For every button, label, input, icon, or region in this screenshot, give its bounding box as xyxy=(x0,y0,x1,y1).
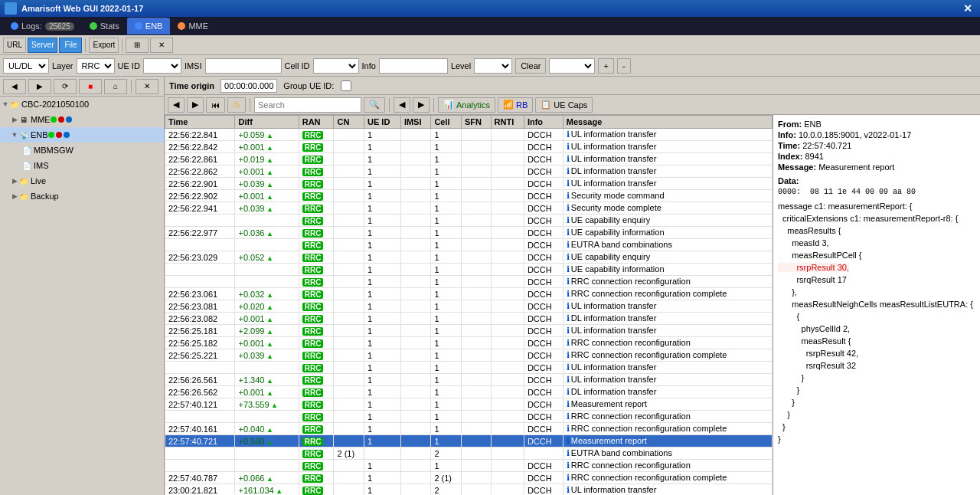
level-select[interactable] xyxy=(474,58,512,74)
layer-select[interactable]: RRC MAC RLC xyxy=(77,58,115,74)
ue-caps-button[interactable]: 📋 UE Caps xyxy=(535,97,593,113)
table-row[interactable]: RRC11DCCHℹUE capability enquiry xyxy=(165,215,773,227)
search-go-button[interactable]: 🔍 xyxy=(364,97,385,113)
table-cell: DCCH xyxy=(524,349,563,362)
message-info-icon: ℹ xyxy=(567,485,570,494)
nav-first-button[interactable]: ⏮ xyxy=(206,97,225,113)
table-cell xyxy=(334,349,364,362)
table-row[interactable]: 22:56:22.902+0.001 ▲RRC11DCCHℹSecurity m… xyxy=(165,190,773,202)
table-row[interactable]: 22:56:23.081+0.020 ▲RRC11DCCHℹUL informa… xyxy=(165,300,773,313)
alert-button[interactable]: ⚠ xyxy=(227,97,246,113)
small-btn1[interactable]: ⊞ xyxy=(126,38,149,53)
sidebar-item-enb[interactable]: ▼ 📡 ENB xyxy=(0,127,164,143)
table-cell xyxy=(461,129,491,141)
table-cell: DCCH xyxy=(524,190,563,202)
small-btn2[interactable]: ✕ xyxy=(150,38,173,53)
table-cell: RRC xyxy=(299,362,334,374)
stop-button[interactable]: ■ xyxy=(79,79,102,94)
sidebar-item-mme[interactable]: ▶ 🖥 MME xyxy=(0,112,164,127)
refresh-button[interactable]: ⟳ xyxy=(54,79,77,94)
expand-enb-icon[interactable]: ▼ xyxy=(11,131,18,139)
table-row[interactable]: 22:56:22.841+0.059 ▲RRC11DCCHℹUL informa… xyxy=(165,129,773,141)
expand-backup-icon[interactable]: ▶ xyxy=(11,192,18,200)
analytics-button[interactable]: 📊 Analytics xyxy=(438,97,495,113)
tab-mme[interactable]: MME xyxy=(170,18,216,34)
remove-filter-button[interactable]: - xyxy=(617,58,631,74)
table-row[interactable]: 22:56:26.562+0.001 ▲RRC11DCCHℹDL informa… xyxy=(165,386,773,398)
sidebar-item-backup[interactable]: ▶ 📁 Backup xyxy=(0,188,164,204)
direction-select[interactable]: UL/DL UL DL xyxy=(3,58,49,74)
table-row[interactable]: 22:56:22.901+0.039 ▲RRC11DCCHℹUL informa… xyxy=(165,178,773,190)
nav-next-button[interactable]: ▶ xyxy=(413,97,430,113)
table-row[interactable]: 22:57:40.787+0.066 ▲RRC12 (1)DCCHℹRRC co… xyxy=(165,472,773,484)
extra-select[interactable] xyxy=(549,58,595,74)
table-row[interactable]: 22:57:40.721+0.560 ▲RRC11DCCHℹMeasuremen… xyxy=(165,435,773,447)
home-button[interactable]: ⌂ xyxy=(104,79,127,94)
server-button[interactable]: Server xyxy=(28,38,57,53)
sidebar-item-root[interactable]: ▼ 📁 CBC-2021050100 xyxy=(0,97,164,112)
table-row[interactable]: RRC2 (1)2ℹEUTRA band combinations xyxy=(165,447,773,460)
table-row[interactable]: 22:56:23.061+0.032 ▲RRC11DCCHℹRRC connec… xyxy=(165,288,773,300)
table-row[interactable]: 22:56:22.862+0.001 ▲RRC11DCCHℹDL informa… xyxy=(165,166,773,178)
tab-stats[interactable]: Stats xyxy=(82,18,127,34)
table-cell: RRC xyxy=(299,423,334,435)
table-row[interactable]: 22:56:26.561+1.340 ▲RRC11DCCHℹUL informa… xyxy=(165,374,773,386)
expand-mme-icon[interactable]: ▶ xyxy=(11,116,18,123)
info-filter-input[interactable] xyxy=(379,58,448,74)
nav-back-button[interactable]: ◀ xyxy=(168,97,185,113)
table-row[interactable]: 22:57:40.121+73.559 ▲RRC11DCCHℹMeasureme… xyxy=(165,398,773,411)
file-button[interactable]: File xyxy=(59,38,82,53)
table-cell xyxy=(235,276,299,288)
clear-button[interactable]: Clear xyxy=(515,58,546,74)
table-row[interactable]: 22:56:25.221+0.039 ▲RRC11DCCHℹRRC connec… xyxy=(165,349,773,362)
nav-prev-button[interactable]: ◀ xyxy=(394,97,410,113)
rb-button[interactable]: 📶 RB xyxy=(498,97,533,113)
nav-forward-button[interactable]: ▶ xyxy=(187,97,204,113)
sidebar-item-ims[interactable]: 📄 IMS xyxy=(0,158,164,173)
search-input[interactable] xyxy=(254,97,361,113)
table-row[interactable]: RRC11DCCHℹEUTRA band combinations xyxy=(165,239,773,251)
decoded-line: rsrpResult 30, xyxy=(778,263,849,272)
table-cell xyxy=(334,215,364,227)
imsi-input[interactable] xyxy=(205,58,282,74)
left-close-button[interactable]: ✕ xyxy=(136,79,158,94)
cell-id-select[interactable] xyxy=(313,58,359,74)
table-cell xyxy=(461,313,491,325)
table-row[interactable]: 22:56:22.842+0.001 ▲RRC11DCCHℹUL informa… xyxy=(165,141,773,153)
expand-root-icon[interactable]: ▼ xyxy=(2,100,9,108)
table-row[interactable]: 22:56:22.977+0.036 ▲RRC11DCCHℹUE capabil… xyxy=(165,227,773,239)
table-row[interactable]: 22:57:40.161+0.040 ▲RRC11DCCHℹRRC connec… xyxy=(165,423,773,435)
table-row[interactable]: 22:56:22.861+0.019 ▲RRC11DCCHℹUL informa… xyxy=(165,153,773,166)
table-row[interactable]: RRC11DCCHℹRRC connection reconfiguration xyxy=(165,276,773,288)
add-filter-button[interactable]: + xyxy=(598,58,613,74)
close-button[interactable]: ✕ xyxy=(960,2,975,15)
table-row[interactable]: 22:56:22.941+0.039 ▲RRC11DCCHℹSecurity m… xyxy=(165,202,773,215)
sep4 xyxy=(250,98,250,112)
tab-enb[interactable]: ENB xyxy=(127,18,171,34)
table-row[interactable]: 22:56:23.082+0.001 ▲RRC11DCCHℹDL informa… xyxy=(165,313,773,325)
table-row[interactable]: 23:00:21.821+161.034 ▲RRC12DCCHℹUL infor… xyxy=(165,484,773,496)
table-row[interactable]: RRC11DCCHℹUE capability information xyxy=(165,264,773,276)
expand-live-icon[interactable]: ▶ xyxy=(11,177,18,185)
url-button[interactable]: URL xyxy=(3,38,26,53)
tab-logs[interactable]: Logs: 25625 xyxy=(3,18,82,34)
table-cell: 1 xyxy=(364,190,400,202)
sidebar-item-mbmsgw[interactable]: 📄 MBMSGW xyxy=(0,143,164,158)
rrc-badge: RRC xyxy=(302,241,324,250)
table-row[interactable]: 22:56:23.029+0.052 ▲RRC11DCCHℹUE capabil… xyxy=(165,251,773,264)
table-row[interactable]: RRC11DCCHℹRRC connection reconfiguration xyxy=(165,411,773,423)
folder-icon: 📁 xyxy=(9,99,20,110)
table-cell: DCCH xyxy=(524,141,563,153)
group-ue-input[interactable] xyxy=(340,80,352,91)
table-cell: 22:56:22.842 xyxy=(165,141,235,153)
forward-button[interactable]: ▶ xyxy=(28,79,51,94)
table-row[interactable]: RRC11DCCHℹUL information transfer xyxy=(165,362,773,374)
table-row[interactable]: 22:56:25.181+2.099 ▲RRC11DCCHℹUL informa… xyxy=(165,325,773,337)
table-row[interactable]: 22:56:25.182+0.001 ▲RRC11DCCHℹRRC connec… xyxy=(165,337,773,349)
ue-id-select[interactable] xyxy=(143,58,181,74)
sidebar-item-live[interactable]: ▶ 📁 Live xyxy=(0,173,164,188)
export-button[interactable]: Export xyxy=(89,38,119,53)
table-row[interactable]: RRC11DCCHℹRRC connection reconfiguration xyxy=(165,460,773,472)
back-button[interactable]: ◀ xyxy=(3,79,26,94)
decoded-line: } xyxy=(778,434,781,444)
